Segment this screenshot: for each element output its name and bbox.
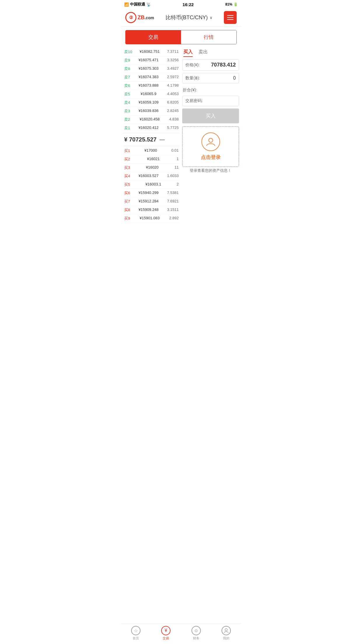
table-row[interactable]: 卖2 ¥16020.458 4.838 — [123, 116, 180, 124]
buy-order-label: 买1 — [124, 148, 130, 153]
table-row[interactable]: 买7 ¥15912.284 7.6921 — [123, 197, 180, 206]
sell-order-qty: 2.5972 — [167, 75, 179, 80]
sell-order-price: ¥16059.109 — [138, 100, 159, 105]
buy-order-qty: 7.5381 — [167, 190, 179, 196]
sell-order-qty: 5.7725 — [167, 125, 179, 131]
sell-order-price: ¥16073.888 — [138, 83, 159, 88]
menu-line-2 — [227, 17, 233, 18]
buy-sell-tabs: 买入 卖出 — [182, 48, 239, 59]
buy-order-price: ¥16003.527 — [138, 174, 159, 179]
carrier-label: 中国联通 — [130, 2, 145, 7]
table-row[interactable]: 卖4 ¥16059.109 6.8205 — [123, 99, 180, 107]
pair-label: 比特币(BTC/CNY) — [166, 14, 208, 21]
tab-trade[interactable]: 交易 — [126, 30, 181, 44]
buy-order-qty: 11 — [175, 165, 179, 170]
buy-order-qty: 7.6921 — [167, 199, 179, 204]
sell-order-price: ¥16020.412 — [138, 125, 159, 131]
buy-order-label: 买7 — [124, 199, 130, 204]
sell-order-qty: 4.1798 — [167, 83, 179, 88]
table-row[interactable]: 买3 ¥16020 11 — [123, 164, 180, 172]
table-row[interactable]: 买2 ¥16021 1 — [123, 155, 180, 164]
status-left: 📶 中国联通 📡 — [124, 2, 151, 7]
table-row[interactable]: 卖1 ¥16020.412 5.7725 — [123, 124, 180, 132]
header: ② ZB.com 比特币(BTC/CNY) ∨ — [121, 9, 241, 27]
buy-orders: 买1 ¥17000 0.01 买2 ¥16021 1 买3 ¥16020 11 … — [123, 147, 180, 223]
price-label: 价格(¥): — [185, 62, 200, 68]
table-row[interactable]: 卖5 ¥16065.9 4.4053 — [123, 90, 180, 99]
price-direction-icon: — — [159, 136, 165, 143]
asset-info-text: 登录查看您的资产信息！ — [182, 168, 239, 173]
signal-icon: 📶 — [124, 2, 129, 7]
buy-order-label: 买8 — [124, 207, 130, 213]
sell-order-price: ¥16074.383 — [138, 75, 159, 80]
sell-order-label: 卖2 — [124, 117, 130, 122]
menu-button[interactable] — [224, 11, 237, 24]
table-row[interactable]: 买5 ¥16003.1 2 — [123, 181, 180, 189]
buy-order-label: 买5 — [124, 182, 130, 187]
buy-order-qty: 1 — [177, 157, 179, 162]
sell-order-price: ¥16075.303 — [138, 66, 159, 71]
menu-line-1 — [227, 15, 233, 16]
login-avatar — [201, 132, 220, 151]
sell-order-qty: 7.3711 — [167, 49, 179, 55]
sell-orders: 卖10 ¥16082.751 7.3711 卖9 ¥16075.471 3.32… — [123, 48, 180, 132]
sell-order-qty: 3.4927 — [167, 66, 179, 71]
table-row[interactable]: 卖6 ¥16073.888 4.1798 — [123, 82, 180, 90]
logo-circle: ② — [125, 12, 136, 23]
password-label: 交易密码: — [185, 98, 203, 104]
table-row[interactable]: 卖3 ¥16039.836 2.8245 — [123, 107, 180, 116]
sell-order-price: ¥16082.751 — [140, 49, 160, 55]
buy-order-qty: 0.01 — [171, 148, 179, 153]
login-button[interactable]: 点击登录 — [201, 154, 221, 161]
table-row[interactable]: 买1 ¥17000 0.01 — [123, 147, 180, 155]
zhehe-row: 折合(¥): — [182, 86, 239, 94]
main-content: 卖10 ¥16082.751 7.3711 卖9 ¥16075.471 3.32… — [121, 48, 241, 223]
sell-order-label: 卖10 — [124, 49, 132, 55]
current-price-row: ¥ 70725.527 — — [123, 133, 180, 146]
buy-order-qty: 1.6033 — [167, 174, 179, 179]
wifi-icon: 📡 — [146, 2, 151, 7]
header-title[interactable]: 比特币(BTC/CNY) ∨ — [166, 14, 212, 21]
qty-label: 数量(฿): — [185, 76, 200, 81]
sell-order-label: 卖4 — [124, 100, 130, 105]
top-tab-bar: 交易 行情 — [125, 30, 237, 44]
logo-text: ZB.com — [138, 15, 154, 21]
buy-order-label: 买4 — [124, 174, 130, 179]
table-row[interactable]: 买9 ¥15901.083 2.892 — [123, 214, 180, 223]
buy-button[interactable]: 买入 — [182, 108, 239, 123]
buy-order-price: ¥16020 — [146, 165, 159, 170]
buy-order-label: 买3 — [124, 165, 130, 170]
table-row[interactable]: 买4 ¥16003.527 1.6033 — [123, 172, 180, 181]
buy-order-price: ¥15909.248 — [138, 207, 159, 213]
tab-market[interactable]: 行情 — [181, 30, 236, 44]
tab-sell[interactable]: 卖出 — [198, 49, 208, 57]
table-row[interactable]: 卖10 ¥16082.751 7.3711 — [123, 48, 180, 56]
sell-order-qty: 4.4053 — [167, 92, 179, 97]
buy-order-qty: 2.892 — [169, 216, 179, 221]
table-row[interactable]: 卖9 ¥16075.471 3.3256 — [123, 56, 180, 65]
user-icon — [205, 136, 216, 147]
current-price-value: ¥ 70725.527 — [124, 136, 157, 143]
sell-order-qty: 6.8205 — [167, 100, 179, 105]
logo: ② ZB.com — [125, 12, 154, 23]
buy-order-price: ¥15901.083 — [140, 216, 160, 221]
table-row[interactable]: 买6 ¥15940.299 7.5381 — [123, 189, 180, 197]
qty-field-group: 数量(฿): 0 — [182, 73, 239, 83]
qty-input[interactable]: 0 — [233, 76, 236, 81]
table-row[interactable]: 买8 ¥15909.248 3.1511 — [123, 206, 180, 214]
table-row[interactable]: 卖8 ¥16075.303 3.4927 — [123, 65, 180, 73]
buy-order-qty: 2 — [177, 182, 179, 187]
buy-order-price: ¥15940.299 — [138, 190, 159, 196]
login-box: 点击登录 — [182, 126, 239, 167]
price-input[interactable]: 70783.412 — [211, 62, 236, 68]
buy-order-qty: 3.1511 — [167, 207, 179, 213]
sell-order-price: ¥16039.836 — [138, 108, 159, 114]
table-row[interactable]: 卖7 ¥16074.383 2.5972 — [123, 73, 180, 82]
buy-order-price: ¥17000 — [144, 148, 157, 153]
sell-order-price: ¥16075.471 — [138, 58, 159, 63]
sell-order-price: ¥16065.9 — [141, 92, 157, 97]
buy-order-price: ¥16003.1 — [145, 182, 161, 187]
sell-order-qty: 3.3256 — [167, 58, 179, 63]
svg-point-0 — [209, 138, 213, 142]
tab-buy[interactable]: 买入 — [183, 49, 193, 57]
